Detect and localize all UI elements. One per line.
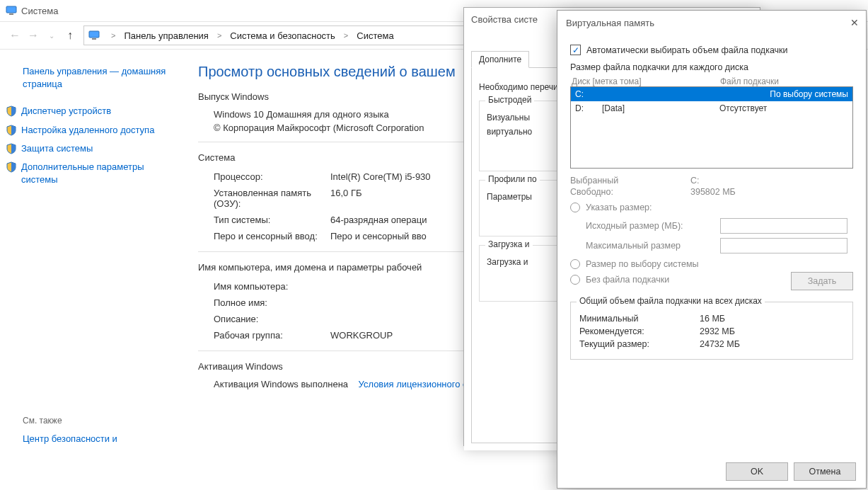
chevron-right-icon[interactable]: > (107, 31, 120, 40)
back-button[interactable]: ← (6, 26, 24, 45)
activation-status: Активация Windows выполнена (214, 379, 348, 389)
tab-advanced[interactable]: Дополните (471, 51, 529, 68)
sidebar-item-system-protection[interactable]: Защита системы (6, 139, 175, 158)
chevron-right-icon[interactable]: > (340, 31, 352, 40)
see-also-heading: См. также (6, 416, 175, 426)
radio-label: Размер по выбору системы (586, 259, 699, 269)
pagefile-status: По выбору системы (719, 89, 848, 99)
recent-locations-dropdown[interactable]: ⌄ (42, 26, 61, 45)
sidebar: Панель управления — домашняя страница Ди… (0, 50, 180, 490)
disk-list[interactable]: C: По выбору системы D: [Data] Отсутству… (570, 86, 853, 169)
total-pagefile-fieldset: Общий объем файла подкачки на всех диска… (570, 302, 853, 360)
address-icon (88, 30, 100, 41)
profiles-legend: Профили по (485, 174, 540, 184)
per-drive-label: Размер файла подкачки для каждого диска (570, 62, 853, 72)
initial-size-label: Исходный размер (МБ): (586, 221, 713, 231)
radio-icon (570, 275, 580, 285)
system-managed-radio[interactable]: Размер по выбору системы (570, 259, 853, 269)
custom-size-radio[interactable]: Указать размер: (570, 203, 853, 212)
performance-legend: Быстродей (485, 95, 534, 105)
drive-label: [Data] (602, 103, 719, 113)
radio-label: Указать размер: (586, 203, 652, 212)
sidebar-item-remote-settings[interactable]: Настройка удаленного доступа (6, 121, 175, 139)
dialog-titlebar: Виртуальная память ✕ (557, 11, 866, 35)
shield-icon (6, 125, 17, 136)
pen-label: Перо и сенсорный ввод: (214, 231, 330, 241)
cur-value: 24732 МБ (700, 339, 740, 349)
window-title: Система (21, 6, 58, 16)
workgroup-label: Рабочая группа: (214, 330, 330, 341)
auto-manage-checkbox[interactable]: ✓ Автоматически выбирать объем файла под… (570, 45, 853, 55)
free-space-label: Свободно: (570, 187, 690, 197)
set-button[interactable]: Задать (791, 272, 853, 290)
pagefile-status: Отсутствует (719, 103, 848, 113)
disk-row[interactable]: D: [Data] Отсутствует (571, 101, 852, 115)
free-space-value: 395802 МБ (690, 187, 736, 197)
col-pagefile: Файл подкачки (720, 76, 779, 86)
chevron-right-icon[interactable]: > (213, 31, 226, 40)
svg-rect-1 (9, 13, 13, 15)
rec-label: Рекомендуется: (579, 326, 700, 336)
cancel-button[interactable]: Отмена (794, 462, 856, 481)
breadcrumb[interactable]: Система (355, 29, 395, 42)
up-button[interactable]: ↑ (61, 26, 79, 45)
ram-label: Установленная память (ОЗУ): (214, 188, 330, 209)
sidebar-item-security-center[interactable]: Центр безопасности и (6, 430, 175, 448)
drive-letter: D: (575, 103, 602, 113)
selected-drive-label: Выбранный (570, 176, 690, 186)
radio-icon (570, 259, 580, 269)
sidebar-item-label: Защита системы (21, 142, 93, 155)
shield-icon (6, 161, 17, 173)
col-disk: Диск [метка тома] (572, 76, 720, 86)
svg-rect-2 (89, 31, 99, 38)
sidebar-item-advanced-system-settings[interactable]: Дополнительные параметры системы (6, 158, 175, 189)
sidebar-item-device-manager[interactable]: Диспетчер устройств (6, 102, 175, 120)
breadcrumb[interactable]: Система и безопасность (228, 29, 337, 42)
svg-rect-0 (6, 6, 16, 13)
rec-value: 2932 МБ (700, 326, 735, 336)
max-size-input[interactable] (720, 238, 847, 253)
svg-rect-3 (92, 38, 96, 40)
min-label: Минимальный (579, 314, 700, 324)
shield-icon (6, 106, 17, 117)
cpu-label: Процессор: (214, 171, 330, 182)
min-value: 16 МБ (700, 314, 725, 324)
sidebar-item-label: Дополнительные параметры системы (21, 161, 175, 186)
systype-label: Тип системы: (214, 215, 330, 225)
drive-letter: C: (575, 89, 602, 99)
forward-button[interactable]: → (24, 26, 42, 45)
sidebar-item-label: Настройка удаленного доступа (21, 124, 154, 137)
max-size-label: Максимальный размер (586, 241, 713, 251)
shield-icon (6, 143, 17, 154)
checkbox-icon: ✓ (570, 45, 581, 55)
fieldset-legend: Общий объем файла подкачки на всех диска… (577, 296, 765, 306)
sidebar-item-label: Диспетчер устройств (21, 105, 111, 118)
initial-size-input[interactable] (720, 218, 847, 234)
pcname-label: Имя компьютера: (214, 281, 330, 292)
startup-legend: Загрузка и (485, 239, 533, 249)
radio-label: Без файла подкачки (586, 275, 669, 285)
cur-label: Текущий размер: (579, 339, 700, 349)
system-icon (6, 5, 17, 16)
fullname-label: Полное имя: (214, 297, 330, 308)
close-button[interactable]: ✕ (850, 17, 859, 28)
breadcrumb[interactable]: Панель управления (122, 29, 209, 42)
selected-drive-value: C: (690, 176, 700, 186)
description-label: Описание: (214, 314, 330, 324)
checkbox-label: Автоматически выбирать объем файла подка… (586, 45, 788, 55)
control-panel-home-link[interactable]: Панель управления — домашняя страница (6, 62, 175, 93)
virtual-memory-dialog: Виртуальная память ✕ ✓ Автоматически выб… (557, 10, 867, 489)
radio-icon (570, 203, 580, 212)
disk-row[interactable]: C: По выбору системы (571, 87, 852, 101)
dialog-title: Виртуальная память (566, 18, 654, 28)
disk-list-header: Диск [метка тома] Файл подкачки (570, 76, 853, 86)
ok-button[interactable]: OK (726, 462, 788, 481)
